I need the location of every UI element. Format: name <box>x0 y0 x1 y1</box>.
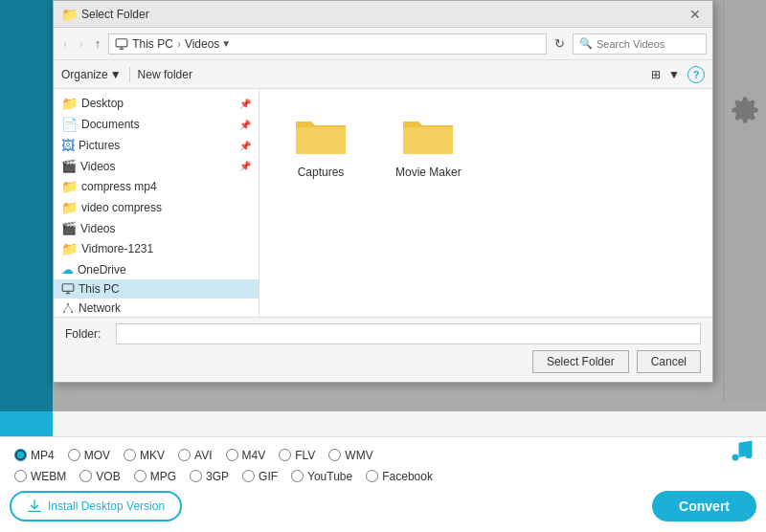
view-dropdown-button[interactable]: ▼ <box>668 68 680 81</box>
nav-forward-button[interactable]: › <box>75 34 86 53</box>
tree-label-documents: Documents <box>81 118 140 131</box>
pin-icon-pictures: 📌 <box>239 141 251 151</box>
nav-up-button[interactable]: ↑ <box>91 34 105 53</box>
radio-gif[interactable] <box>242 470 255 482</box>
breadcrumb-sep1: › <box>177 37 181 51</box>
tree-item-desktop[interactable]: 📁 Desktop 📌 <box>54 93 259 114</box>
format-mov[interactable]: MOV <box>68 449 110 462</box>
format-mp4[interactable]: MP4 <box>14 449 55 462</box>
tree-item-documents[interactable]: 📄 Documents 📌 <box>54 114 259 135</box>
radio-facebook[interactable] <box>366 470 378 482</box>
tree-label-vidmore: Vidmore-1231 <box>81 242 153 255</box>
organize-label: Organize <box>61 68 108 81</box>
tree-item-compress-mp4[interactable]: 📁 compress mp4 <box>54 176 259 197</box>
breadcrumb-dropdown-button[interactable]: ▼ <box>219 38 233 49</box>
radio-mpg[interactable] <box>134 470 146 482</box>
convert-button[interactable]: Convert <box>652 491 756 521</box>
organize-button[interactable]: Organize ▼ <box>61 68 122 81</box>
tree-label-desktop: Desktop <box>81 97 124 110</box>
tree-item-pictures[interactable]: 🖼 Pictures 📌 <box>54 135 259 156</box>
label-vob: VOB <box>96 470 120 483</box>
format-row-1: MP4 MOV MKV AVI M4V FLV WMV <box>0 445 766 466</box>
label-mkv: MKV <box>140 449 165 462</box>
radio-mov[interactable] <box>68 449 80 461</box>
tree-item-network[interactable]: Network <box>54 299 259 317</box>
folder-large-captures <box>292 112 349 160</box>
tree-label-thispc: This PC <box>79 282 120 296</box>
tree-item-vidmore[interactable]: 📁 Vidmore-1231 <box>54 238 259 259</box>
format-mkv[interactable]: MKV <box>124 449 165 462</box>
tree-item-video-compress[interactable]: 📁 video compress <box>54 197 259 218</box>
tree-item-onedrive[interactable]: ☁ OneDrive <box>54 259 259 279</box>
label-webm: WEBM <box>31 470 66 483</box>
file-item-captures[interactable]: Captures <box>288 108 353 183</box>
network-icon <box>61 301 75 315</box>
radio-m4v[interactable] <box>226 449 238 461</box>
radio-webm[interactable] <box>14 470 27 482</box>
svg-line-17 <box>68 305 72 311</box>
radio-mkv[interactable] <box>124 449 136 461</box>
search-input[interactable] <box>597 38 700 50</box>
folder-label: Folder: <box>65 327 108 341</box>
radio-vob[interactable] <box>79 470 92 482</box>
svg-rect-10 <box>62 284 74 292</box>
label-3gp: 3GP <box>206 470 229 483</box>
dialog-title-left: 📁 Select Folder <box>61 7 149 22</box>
tree-label-onedrive: OneDrive <box>78 263 126 277</box>
nav-refresh-button[interactable]: ↻ <box>551 34 569 53</box>
format-webm[interactable]: WEBM <box>14 470 66 483</box>
label-gif: GIF <box>259 470 278 483</box>
radio-avi[interactable] <box>178 449 191 461</box>
label-m4v: M4V <box>242 449 266 462</box>
dialog-content: 📁 Desktop 📌 📄 Documents 📌 🖼 Pictures 📌 🎬… <box>54 89 712 317</box>
radio-wmv[interactable] <box>328 449 341 461</box>
folder-icon-vidmore: 📁 <box>61 241 78 256</box>
file-dialog: 📁 Select Folder ✕ ‹ › ↑ This PC › Videos… <box>53 0 713 383</box>
pin-icon-documents: 📌 <box>239 120 251 130</box>
install-label: Install Desktop Version <box>48 499 165 513</box>
tree-item-videos2[interactable]: 🎬 Videos <box>54 218 259 238</box>
tree-item-videos[interactable]: 🎬 Videos 📌 <box>54 156 259 176</box>
format-3gp[interactable]: 3GP <box>190 470 229 483</box>
pin-icon-desktop: 📌 <box>239 99 251 109</box>
bottom-actions: Install Desktop Version Convert <box>0 487 766 525</box>
install-desktop-button[interactable]: Install Desktop Version <box>10 491 182 521</box>
format-m4v[interactable]: M4V <box>226 449 266 462</box>
footer-buttons: Select Folder Cancel <box>65 350 701 373</box>
view-icon-button[interactable]: ⊞ <box>651 68 661 81</box>
svg-rect-7 <box>116 38 127 46</box>
music-icon-container <box>725 433 758 467</box>
label-mp4: MP4 <box>31 449 55 462</box>
file-item-moviemaker[interactable]: Movie Maker <box>392 108 465 183</box>
select-folder-button[interactable]: Select Folder <box>532 350 629 373</box>
radio-flv[interactable] <box>279 449 291 461</box>
format-vob[interactable]: VOB <box>79 470 120 483</box>
tree-item-thispc[interactable]: This PC <box>54 279 259 299</box>
help-button[interactable]: ? <box>687 66 705 83</box>
format-mpg[interactable]: MPG <box>134 470 176 483</box>
format-avi[interactable]: AVI <box>178 449 212 462</box>
folder-icon-documents: 📄 <box>61 117 78 132</box>
format-gif[interactable]: GIF <box>242 470 278 483</box>
folder-large-moviemaker <box>399 112 457 160</box>
format-wmv[interactable]: WMV <box>328 449 372 462</box>
breadcrumb-root: This PC <box>132 37 173 51</box>
bottom-toolbar: MP4 MOV MKV AVI M4V FLV WMV WEBM <box>0 436 766 532</box>
format-flv[interactable]: FLV <box>279 449 315 462</box>
radio-3gp[interactable] <box>190 470 202 482</box>
file-area: Captures Movie Maker <box>259 89 712 317</box>
new-folder-button[interactable]: New folder <box>138 68 192 81</box>
tree-label-videos2: Videos <box>80 222 115 235</box>
dialog-title: Select Folder <box>81 8 149 21</box>
nav-back-button[interactable]: ‹ <box>59 34 71 53</box>
folder-path-input[interactable] <box>116 323 701 344</box>
radio-youtube[interactable] <box>291 470 304 482</box>
radio-mp4[interactable] <box>14 449 27 461</box>
dialog-close-button[interactable]: ✕ <box>686 5 705 24</box>
format-facebook[interactable]: Facebook <box>366 470 433 483</box>
format-youtube[interactable]: YouTube <box>291 470 352 483</box>
svg-point-18 <box>732 454 738 460</box>
tree-label-compress-mp4: compress mp4 <box>81 180 157 193</box>
cancel-button[interactable]: Cancel <box>637 350 701 373</box>
folder-icon-video-compress: 📁 <box>61 200 78 215</box>
